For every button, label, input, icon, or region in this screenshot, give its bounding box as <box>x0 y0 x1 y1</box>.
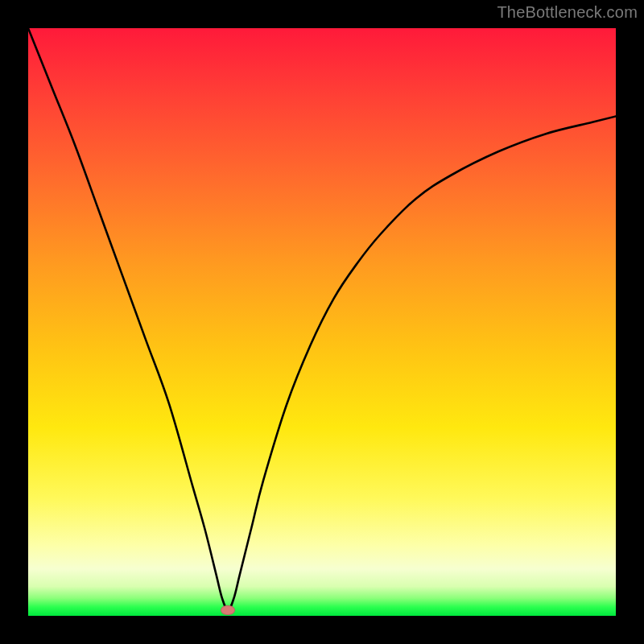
plot-area <box>28 28 616 616</box>
watermark-text: TheBottleneck.com <box>497 3 638 22</box>
chart-frame: TheBottleneck.com <box>0 0 644 644</box>
bottleneck-curve <box>28 28 616 616</box>
notch-marker <box>221 605 235 615</box>
